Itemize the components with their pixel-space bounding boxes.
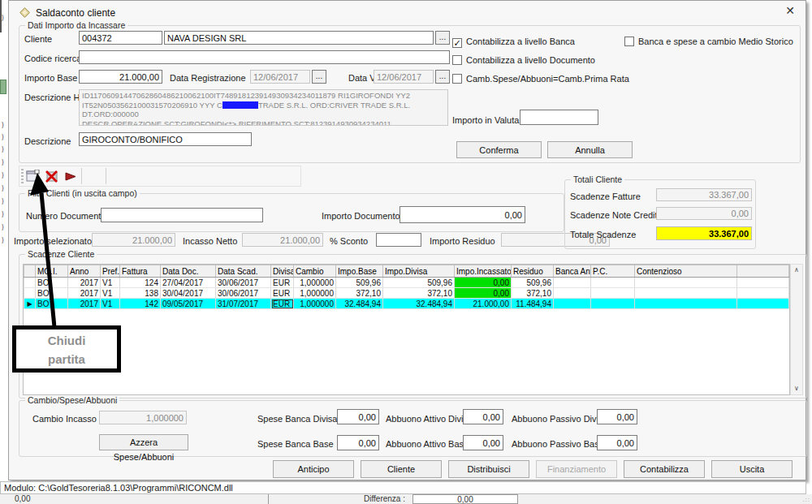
row-marker-cell[interactable]: ▶ xyxy=(24,299,36,309)
cell[interactable]: 32.484,94 xyxy=(383,299,455,309)
importo-selezionato-field[interactable] xyxy=(92,233,175,247)
cell[interactable]: 21.000,00 xyxy=(455,299,512,309)
cell[interactable]: 124 xyxy=(120,278,161,288)
column-header[interactable]: Residuo xyxy=(512,265,554,278)
red-arrow-icon[interactable] xyxy=(64,170,79,183)
row-marker-cell[interactable] xyxy=(24,278,36,288)
scroll-down-icon[interactable]: ∨ xyxy=(791,383,802,394)
cell[interactable]: 1,000000 xyxy=(294,299,336,309)
column-header[interactable]: P.C. xyxy=(591,265,635,278)
cell[interactable]: 30/06/2017 xyxy=(216,278,271,288)
conferma-button[interactable]: Conferma xyxy=(456,141,542,158)
cliente-code-field[interactable] xyxy=(79,31,162,45)
abbuono-attivo-base-field[interactable] xyxy=(463,435,503,450)
cliente-button[interactable]: Cliente xyxy=(361,460,442,478)
cell[interactable]: 509,96 xyxy=(512,278,554,288)
table-row[interactable]: BO2017V113830/04/201730/06/2017EUR1,0000… xyxy=(24,288,789,299)
importo-in-valuta-field[interactable] xyxy=(520,110,598,125)
cell[interactable]: 31/07/2017 xyxy=(216,299,271,309)
table-row[interactable]: BO2017V112427/04/201730/06/2017EUR1,0000… xyxy=(24,278,789,288)
sconto-field[interactable] xyxy=(376,233,421,247)
cell[interactable]: V1 xyxy=(101,278,120,288)
column-header[interactable]: Data Scad. xyxy=(216,265,271,278)
cell[interactable]: 509,96 xyxy=(336,278,383,288)
abbuono-passivo-base-field[interactable] xyxy=(597,435,637,450)
checkbox-camb-spese-abbuoni-box[interactable] xyxy=(452,74,462,84)
cell[interactable]: 372,10 xyxy=(383,288,455,299)
close-icon[interactable]: ✕ xyxy=(785,5,795,16)
data-valuta-field[interactable] xyxy=(374,70,434,84)
column-header[interactable]: Cambio xyxy=(294,265,336,278)
cell[interactable]: 30/04/2017 xyxy=(161,288,216,299)
spese-banca-divisa-field[interactable] xyxy=(337,409,379,424)
cell[interactable] xyxy=(554,288,591,299)
form-properties-icon[interactable] xyxy=(26,170,41,183)
data-valuta-lookup-button[interactable]: ... xyxy=(435,70,450,84)
checkbox-camb-spese-abbuoni[interactable]: Camb.Spese/Abbuoni=Camb.Prima Rata xyxy=(452,71,629,85)
cell[interactable]: 372,10 xyxy=(512,288,554,299)
data-registrazione-lookup-button[interactable]: ... xyxy=(312,70,326,84)
finanziamento-button[interactable]: Finanziamento xyxy=(536,460,617,478)
resize-grip[interactable]: .:: xyxy=(802,496,810,503)
codice-ricerca-field[interactable] xyxy=(79,50,450,64)
cell[interactable]: 32.484,94 xyxy=(336,299,383,309)
cell[interactable]: BO xyxy=(36,299,68,309)
distribuisci-button[interactable]: Distribuisci xyxy=(448,460,529,478)
cell[interactable] xyxy=(635,278,737,288)
abbuono-passivo-divisa-field[interactable] xyxy=(597,409,637,424)
cell[interactable] xyxy=(554,299,591,309)
scadenze-fatture-field[interactable] xyxy=(656,188,752,201)
cell[interactable] xyxy=(554,278,591,288)
close-item-icon[interactable] xyxy=(45,170,59,183)
column-header[interactable]: Divisa xyxy=(271,265,294,278)
cell[interactable] xyxy=(591,278,635,288)
cell[interactable] xyxy=(591,299,635,309)
checkbox-contabilizza-banca-box[interactable]: ✓ xyxy=(452,38,462,48)
column-header[interactable]: Impo.Divisa xyxy=(383,265,455,278)
cell[interactable]: 27/04/2017 xyxy=(161,278,216,288)
cell[interactable]: V1 xyxy=(101,288,120,299)
cell[interactable] xyxy=(635,299,737,309)
checkbox-banca-spese-medio-storico[interactable]: Banca e spese a cambio Medio Storico xyxy=(624,33,793,48)
cell[interactable]: EUR xyxy=(271,288,294,299)
column-header[interactable]: Data Doc. xyxy=(161,265,216,278)
cell[interactable]: 2017 xyxy=(68,278,101,288)
cell[interactable]: BO xyxy=(36,278,68,288)
descrizione-field[interactable] xyxy=(79,132,252,146)
column-header[interactable]: MO.I. xyxy=(36,265,68,278)
cambio-incasso-field[interactable] xyxy=(99,411,187,424)
cell[interactable]: 1,000000 xyxy=(294,278,336,288)
cell[interactable]: 509,96 xyxy=(383,278,455,288)
cell[interactable]: 0,00 xyxy=(455,288,512,299)
azzera-spese-abbuoni-button[interactable]: Azzera Spese/Abbuoni xyxy=(99,434,188,450)
scroll-up-icon[interactable]: ∧ xyxy=(791,265,802,276)
cell[interactable] xyxy=(591,288,635,299)
incasso-netto-field[interactable] xyxy=(242,233,323,247)
cell[interactable]: V1 xyxy=(101,299,120,309)
annulla-button[interactable]: Annulla xyxy=(547,141,633,158)
cliente-name-field[interactable] xyxy=(164,31,434,45)
toolbar-grip[interactable] xyxy=(21,169,24,183)
contabilizza-button[interactable]: Contabilizza xyxy=(624,460,705,478)
column-header[interactable]: Impo.Base xyxy=(336,265,383,278)
uscita-button[interactable]: Uscita xyxy=(711,460,793,478)
numero-documento-field[interactable] xyxy=(101,208,263,222)
cell[interactable]: 2017 xyxy=(68,288,101,299)
column-header[interactable]: Contenzioso xyxy=(635,265,737,278)
checkbox-contabilizza-documento-box[interactable] xyxy=(452,55,462,65)
data-registrazione-field[interactable] xyxy=(250,70,310,84)
cell[interactable]: 09/05/2017 xyxy=(161,299,216,309)
checkbox-contabilizza-banca[interactable]: ✓Contabilizza a livello Banca xyxy=(452,33,575,48)
spese-banca-base-field[interactable] xyxy=(337,435,379,450)
anticipo-button[interactable]: Anticipo xyxy=(273,460,354,478)
vertical-scrollbar[interactable]: ∧ ∨ xyxy=(790,264,803,395)
cell[interactable]: 372,10 xyxy=(336,288,383,299)
totale-scadenze-field[interactable] xyxy=(656,226,752,240)
cell[interactable]: 142 xyxy=(120,299,161,309)
table-row[interactable]: ▶BO2017V114209/05/201731/07/2017EUR1,000… xyxy=(24,299,789,309)
column-header[interactable]: Anno xyxy=(68,265,101,278)
cell[interactable]: 11.484,94 xyxy=(512,299,554,309)
cell[interactable]: BO xyxy=(36,288,68,299)
cell[interactable]: 0,00 xyxy=(455,278,512,288)
cell[interactable]: 1,000000 xyxy=(294,288,336,299)
